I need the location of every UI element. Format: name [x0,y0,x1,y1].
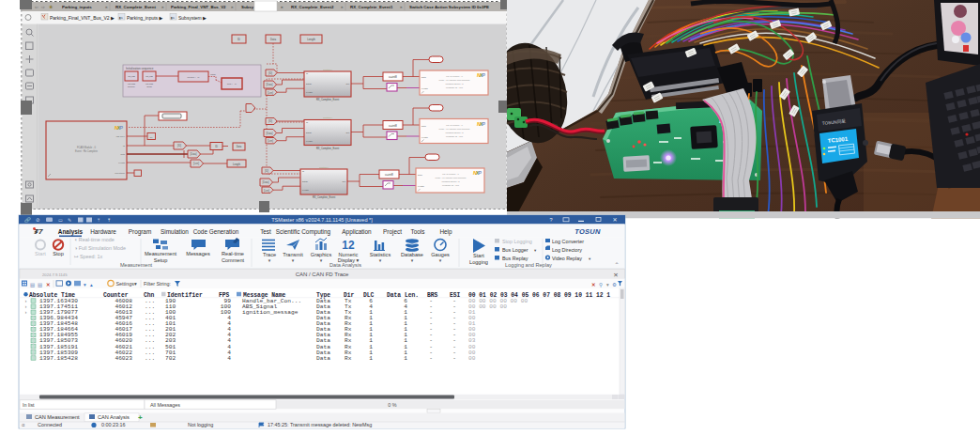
svg-text:Init Flag: Init Flag [128,83,136,85]
svg-text:if(u1 <= 0): if(u1 <= 0) [227,83,237,85]
svg-text:Stop Logging: Stop Logging [502,239,532,244]
svg-text:2024.7.9.1145: 2024.7.9.1145 [42,272,68,277]
svg-text:▤: ▤ [38,282,42,287]
svg-text:Program: Program [129,228,152,236]
svg-text:u1 if(u1 <= 0): u1 if(u1 <= 0) [187,76,199,78]
svg-text:Measurement: Measurement [120,262,153,268]
svg-text:⚲: ⚲ [599,282,603,287]
svg-text:CAN Analysis: CAN Analysis [98,414,130,420]
svg-text:Start: Start [35,251,46,256]
svg-text:Length: Length [307,38,315,41]
svg-text:Bus Replay: Bus Replay [502,256,528,261]
svg-text:✕: ✕ [591,282,596,287]
svg-text:-: - [429,355,433,362]
svg-text:46023: 46023 [115,355,132,362]
svg-text:Initialization sequence: Initialization sequence [126,67,154,70]
svg-text:1: 1 [404,355,407,362]
svg-text:✕: ✕ [613,272,618,278]
svg-text:ID: ID [215,145,218,148]
svg-text:Data: Data [237,145,242,148]
svg-text:Comment: Comment [222,257,245,263]
svg-text:RX_Complete_Event1: RX_Complete_Event1 [350,5,393,9]
svg-text:›: › [24,299,27,304]
svg-text:Timestamp: Timestamp [115,172,126,174]
svg-text:4: 4 [227,355,231,362]
svg-text:12: 12 [342,239,355,252]
svg-text:Stop: Stop [53,251,64,256]
svg-text:Test: Test [260,228,271,235]
svg-text:Data: Data [270,38,276,41]
svg-text:17:45:25: Transmit message del: 17:45:25: Transmit message deleted: NewM… [268,422,372,427]
svg-text:Analysis: Analysis [58,228,84,236]
svg-text:TSMaster x86 v2024.7.11.1145 [: TSMaster x86 v2024.7.11.1145 [Unsaved *] [271,217,373,223]
svg-text:▮a: ▮a [171,16,175,20]
svg-text:Connected: Connected [38,422,62,427]
svg-text:[Len]: [Len] [193,162,199,165]
svg-text:Simulation: Simulation [161,228,189,235]
svg-text:Scientific Computing: Scientific Computing [276,228,331,236]
svg-text:CAN Measurement: CAN Measurement [35,414,80,420]
svg-text:▾: ▾ [606,282,609,287]
svg-text:Rx: Rx [345,355,352,362]
svg-text:⍺: ⍺ [22,422,25,427]
svg-text:Length: Length [233,163,240,166]
svg-text:Length: Length [118,162,125,163]
svg-text:00: 00 [468,355,476,362]
svg-text:⊘: ⊘ [36,217,40,223]
svg-text:In list: In list [23,402,35,408]
svg-text:×: × [341,5,344,9]
svg-text:✕: ✕ [612,217,617,223]
svg-text:0 %: 0 % [388,402,396,408]
svg-text:›: › [24,310,27,316]
svg-text:◖ Real-time mode: ◖ Real-time mode [74,237,115,242]
svg-text:★: ★ [49,4,54,9]
svg-text:Help: Help [439,228,452,236]
svg-text:Parking_Final_VNT_Bus_V2 ▶: Parking_Final_VNT_Bus_V2 ▶ [50,15,115,21]
svg-text:Memory: Memory [128,85,136,87]
svg-text:✕: ✕ [46,282,51,287]
svg-text:Filter String:: Filter String: [144,281,171,287]
svg-text:⇦: ⇦ [34,5,38,9]
svg-text:Logging: Logging [469,259,488,265]
svg-text:Log Directory: Log Directory [552,247,582,253]
svg-text:↦ Speed: 1x: ↦ Speed: 1x [74,254,103,259]
svg-text:×: × [281,5,283,9]
svg-text:✎: ✎ [68,217,71,223]
svg-text:▤: ▤ [30,282,35,287]
svg-text:action: action [210,73,215,75]
svg-text:Logging and Replay: Logging and Replay [505,262,552,268]
svg-text:×: × [105,5,108,9]
svg-text:×: × [400,5,403,9]
svg-text:Data Analysis: Data Analysis [329,262,361,268]
svg-text:Parking_inputs: Parking_inputs [62,5,92,9]
svg-text:Project: Project [383,228,402,236]
svg-text:⚙: ⚙ [612,282,617,287]
svg-text:...: ... [145,355,155,362]
svg-text:◑ Full Simulation Mode: ◑ Full Simulation Mode [74,245,126,251]
svg-text:[1]: [1] [150,136,153,139]
svg-text:Log Converter: Log Converter [552,239,584,244]
svg-text:[Data]: [Data] [191,152,197,156]
svg-text:Switch Case Action Subsystem I: Switch Case Action Subsystem ID 0x3FE [409,5,489,9]
svg-text:▴: ▴ [90,282,93,287]
svg-text:Bus Logger: Bus Logger [502,247,528,253]
svg-text:CAN / CAN FD Trace: CAN / CAN FD Trace [296,272,349,277]
svg-text:Parking_Final_VNT_Bus_V2: Parking_Final_VNT_Bus_V2 [171,5,226,9]
svg-text:Settings▾: Settings▾ [116,281,137,287]
svg-text:Init Flag: Init Flag [145,83,154,85]
svg-text:+: + [138,413,143,422]
svg-text:⇨: ⇨ [41,5,45,9]
svg-text:Parking_inputs ▶: Parking_inputs ▶ [127,15,162,21]
svg-text:Data: Data [120,153,125,155]
svg-text:ignition_message: ignition_message [242,309,299,316]
svg-text:RX_Complete_Event2: RX_Complete_Event2 [291,5,334,9]
svg-text:×: × [161,5,164,9]
svg-text:🔗: 🔗 [24,216,31,224]
svg-text:Tools: Tools [411,228,425,235]
svg-text:▾: ▾ [84,282,86,287]
svg-text:Not logging: Not logging [188,422,213,427]
svg-text:0:00:23:16: 0:00:23:16 [101,422,125,427]
svg-text:Real-time: Real-time [222,251,244,256]
svg-text:MB Index: MB Index [116,135,126,137]
svg-text:?: ? [549,217,552,223]
